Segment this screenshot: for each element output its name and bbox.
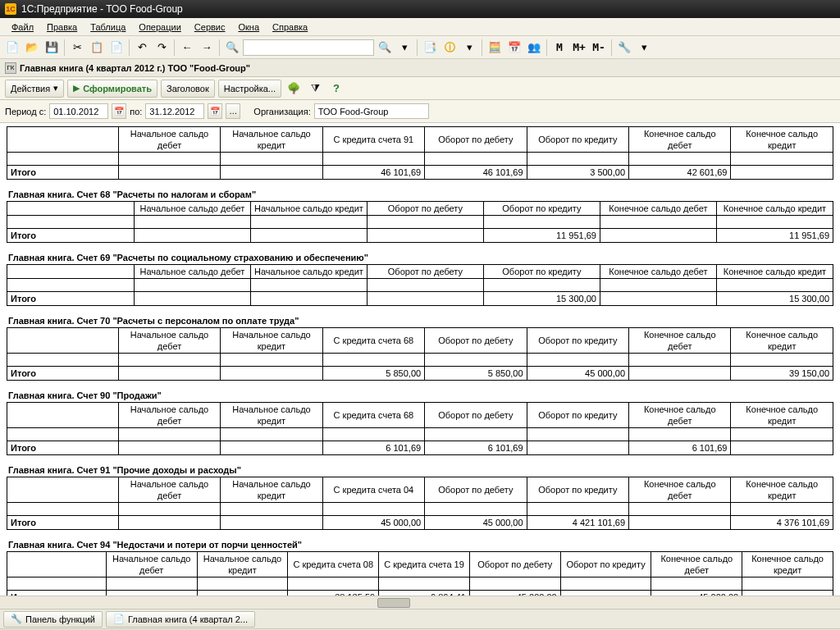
undo-icon[interactable]: ↶ bbox=[133, 39, 151, 57]
m-plus-button[interactable]: M+ bbox=[570, 39, 588, 57]
col-header: Оборот по кредиту bbox=[483, 202, 600, 216]
scrollbar-thumb[interactable] bbox=[377, 598, 410, 608]
table-cell bbox=[221, 367, 322, 381]
settings-button[interactable]: Настройка... bbox=[218, 80, 281, 98]
menubar: Файл Правка Таблица Операции Сервис Окна… bbox=[0, 18, 840, 36]
col-header: Конечное сальдо кредит bbox=[742, 552, 833, 578]
table-cell bbox=[527, 441, 628, 455]
menu-windows[interactable]: Окна bbox=[239, 22, 260, 32]
table-cell bbox=[469, 578, 560, 591]
table-cell bbox=[483, 279, 600, 292]
table-cell bbox=[600, 292, 716, 306]
col-header: Начальное сальдо дебет bbox=[118, 477, 220, 503]
col-header: Оборот по дебету bbox=[425, 127, 527, 153]
tree-icon[interactable]: 🌳 bbox=[285, 80, 303, 98]
paste-icon[interactable]: 📄 bbox=[107, 39, 126, 57]
toolbar-sep bbox=[219, 39, 220, 56]
col-header: Начальное сальдо кредит bbox=[250, 265, 367, 279]
dropdown3-icon[interactable]: ▾ bbox=[635, 39, 653, 57]
save-icon[interactable]: 💾 bbox=[43, 39, 61, 57]
calendar-to-icon[interactable]: 📅 bbox=[208, 103, 222, 119]
horizontal-scrollbar[interactable] bbox=[0, 596, 840, 609]
col-header: Начальное сальдо кредит bbox=[221, 127, 322, 153]
calendar-from-icon[interactable]: 📅 bbox=[112, 103, 126, 119]
forward-icon[interactable]: → bbox=[198, 39, 216, 57]
calendar-icon[interactable]: 📅 bbox=[505, 39, 523, 57]
dropdown-icon[interactable]: ▾ bbox=[395, 39, 413, 57]
filter-icon[interactable]: ⧩ bbox=[306, 80, 324, 98]
table-cell bbox=[367, 279, 483, 292]
back-icon[interactable]: ← bbox=[178, 39, 196, 57]
menu-operations[interactable]: Операции bbox=[139, 22, 180, 32]
calc-icon[interactable]: 🧮 bbox=[486, 39, 504, 57]
toolbar-sep bbox=[611, 39, 612, 56]
table-cell bbox=[221, 354, 322, 367]
cut-icon[interactable]: ✂ bbox=[68, 39, 86, 57]
col-header: Начальное сальдо кредит bbox=[197, 552, 288, 578]
table-cell: 39 150,00 bbox=[731, 367, 833, 381]
table-cell: 5 850,00 bbox=[425, 367, 527, 381]
new-icon[interactable]: 📄 bbox=[3, 39, 21, 57]
search-go-icon[interactable]: 🔍 bbox=[376, 39, 394, 57]
section-title: Главная книга. Счет 70 "Расчеты с персон… bbox=[8, 316, 833, 326]
menu-file[interactable]: Файл bbox=[11, 22, 34, 32]
task-main-book[interactable]: 📄 Главная книга (4 квартал 2... bbox=[106, 611, 255, 628]
col-header: С кредита счета 08 bbox=[288, 552, 379, 578]
document-title-bar: ГК Главная книга (4 квартал 2012 г.) ТОО… bbox=[0, 59, 840, 77]
table-cell: 15 300,00 bbox=[483, 292, 600, 306]
row-label: Итого bbox=[7, 367, 119, 381]
menu-edit[interactable]: Правка bbox=[47, 22, 77, 32]
table-cell: 45 000,00 bbox=[527, 367, 628, 381]
header-button[interactable]: Заголовок bbox=[161, 80, 215, 98]
report-section-s68: Главная книга. Счет 68 "Расчеты по налог… bbox=[7, 189, 833, 243]
period-to-input[interactable] bbox=[145, 103, 204, 119]
table-cell bbox=[250, 279, 367, 292]
table-cell bbox=[425, 153, 527, 166]
search-input[interactable] bbox=[243, 39, 374, 56]
table-cell bbox=[629, 354, 731, 367]
col-header: Конечное сальдо кредит bbox=[731, 477, 833, 503]
report-table: Начальное сальдо дебетНачальное сальдо к… bbox=[7, 402, 833, 455]
toolbar-sep bbox=[417, 39, 418, 56]
menu-service[interactable]: Сервис bbox=[194, 22, 226, 32]
clipboard-icon[interactable]: 📑 bbox=[421, 39, 439, 57]
table-cell bbox=[134, 292, 250, 306]
col-header: Оборот по дебету bbox=[367, 202, 483, 216]
main-toolbar: 📄 📂 💾 ✂ 📋 📄 ↶ ↷ ← → 🔍 🔍 ▾ 📑 ⓘ ▾ 🧮 📅 👥 M … bbox=[0, 36, 840, 59]
report-content[interactable]: Начальное сальдо дебетНачальное сальдо к… bbox=[0, 123, 840, 596]
copy-icon[interactable]: 📋 bbox=[88, 39, 106, 57]
help-icon[interactable]: ? bbox=[327, 80, 345, 98]
toolbar-sep bbox=[482, 39, 482, 56]
open-icon[interactable]: 📂 bbox=[23, 39, 41, 57]
col-header: Начальное сальдо кредит bbox=[221, 477, 322, 503]
col-header: Конечное сальдо кредит bbox=[731, 403, 833, 428]
menu-table[interactable]: Таблица bbox=[90, 22, 126, 32]
wrench-icon[interactable]: 🔧 bbox=[615, 39, 633, 57]
report-section-s94: Главная книга. Счет 94 "Недостачи и поте… bbox=[7, 540, 833, 596]
col-header: Оборот по кредиту bbox=[527, 328, 628, 354]
m-minus-button[interactable]: M- bbox=[590, 39, 608, 57]
table-cell bbox=[322, 153, 424, 166]
table-cell bbox=[527, 503, 628, 516]
org-input[interactable] bbox=[314, 103, 429, 119]
form-button[interactable]: ▶ Сформировать bbox=[67, 80, 158, 98]
table-cell bbox=[250, 216, 367, 229]
col-header: С кредита счета 19 bbox=[379, 552, 470, 578]
users-icon[interactable]: 👥 bbox=[525, 39, 543, 57]
col-header: Оборот по дебету bbox=[425, 328, 527, 354]
table-cell: 42 601,69 bbox=[629, 166, 731, 180]
redo-icon[interactable]: ↷ bbox=[153, 39, 171, 57]
col-header: Оборот по дебету bbox=[425, 403, 527, 428]
table-cell bbox=[731, 166, 833, 180]
period-more-icon[interactable]: … bbox=[226, 103, 240, 119]
menu-help[interactable]: Справка bbox=[272, 22, 308, 32]
actions-button[interactable]: Действия▾ bbox=[5, 80, 64, 98]
dropdown2-icon[interactable]: ▾ bbox=[460, 39, 478, 57]
m-button[interactable]: M bbox=[550, 39, 568, 57]
period-from-input[interactable] bbox=[49, 103, 108, 119]
col-header: С кредита счета 04 bbox=[322, 477, 424, 503]
col-header: Оборот по кредиту bbox=[483, 265, 600, 279]
info-icon[interactable]: ⓘ bbox=[441, 39, 459, 57]
search-icon[interactable]: 🔍 bbox=[223, 39, 241, 57]
task-panel-functions[interactable]: 🔧 Панель функций bbox=[3, 611, 103, 628]
